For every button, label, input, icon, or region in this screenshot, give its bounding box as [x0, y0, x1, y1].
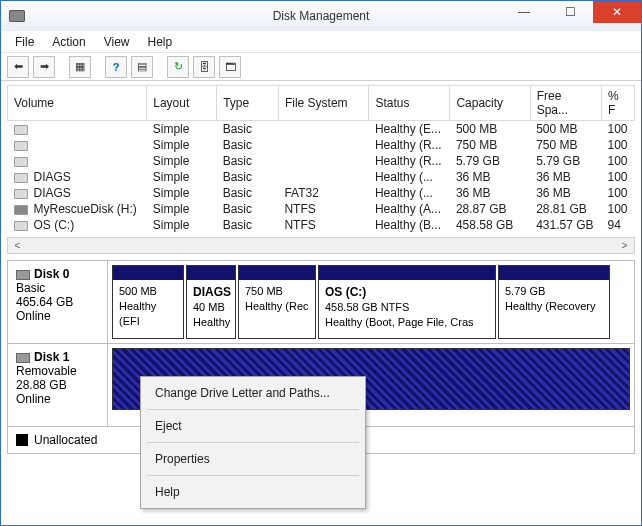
volume-icon [14, 125, 28, 135]
ctx-change-drive-letter[interactable]: Change Drive Letter and Paths... [143, 379, 363, 407]
table-row[interactable]: DIAGSSimpleBasicFAT32Healthy (...36 MB36… [8, 185, 635, 201]
ctx-eject[interactable]: Eject [143, 412, 363, 440]
ctx-properties[interactable]: Properties [143, 445, 363, 473]
legend-swatch-unallocated [16, 434, 28, 446]
legend-unallocated-label: Unallocated [34, 433, 97, 447]
disk-row-0: Disk 0 Basic 465.64 GB Online 500 MBHeal… [8, 261, 634, 344]
scroll-right-icon[interactable]: > [617, 240, 632, 251]
disk0-header[interactable]: Disk 0 Basic 465.64 GB Online [8, 261, 108, 343]
title-bar: Disk Management — ☐ ✕ [1, 1, 641, 31]
rescan-disks-button[interactable]: 🗄 [193, 56, 215, 78]
ctx-help[interactable]: Help [143, 478, 363, 506]
back-button[interactable]: ⬅ [7, 56, 29, 78]
disk-icon [16, 353, 30, 363]
table-row[interactable]: SimpleBasicHealthy (R...5.79 GB5.79 GB10… [8, 153, 635, 169]
table-row[interactable]: MyRescueDisk (H:)SimpleBasicNTFSHealthy … [8, 201, 635, 217]
volume-icon [14, 141, 28, 151]
partition[interactable]: DIAGS40 MBHealthy [186, 265, 236, 339]
disk0-name: Disk 0 [34, 267, 69, 281]
col-type[interactable]: Type [217, 86, 279, 121]
volume-icon [14, 221, 28, 231]
disk0-partitions: 500 MBHealthy (EFIDIAGS40 MBHealthy750 M… [108, 261, 634, 343]
menu-file[interactable]: File [7, 33, 42, 51]
horizontal-scrollbar[interactable]: < > [7, 237, 635, 254]
partition[interactable]: 500 MBHealthy (EFI [112, 265, 184, 339]
col-layout[interactable]: Layout [147, 86, 217, 121]
volume-icon [14, 189, 28, 199]
ctx-separator [147, 442, 359, 443]
disk0-type: Basic [16, 281, 99, 295]
partition[interactable]: 750 MBHealthy (Rec [238, 265, 316, 339]
context-menu: Change Drive Letter and Paths... Eject P… [140, 376, 366, 509]
col-capacity[interactable]: Capacity [450, 86, 530, 121]
window-controls: — ☐ ✕ [501, 1, 641, 23]
col-status[interactable]: Status [369, 86, 450, 121]
minimize-button[interactable]: — [501, 1, 547, 23]
attach-vhd-button[interactable]: 🗔 [219, 56, 241, 78]
ctx-separator [147, 475, 359, 476]
disk0-status: Online [16, 309, 99, 323]
disk-icon [16, 270, 30, 280]
disk0-size: 465.64 GB [16, 295, 99, 309]
partition[interactable]: OS (C:)458.58 GB NTFSHealthy (Boot, Page… [318, 265, 496, 339]
table-header-row: Volume Layout Type File System Status Ca… [8, 86, 635, 121]
forward-button[interactable]: ➡ [33, 56, 55, 78]
menu-bar: File Action View Help [1, 31, 641, 53]
menu-action[interactable]: Action [44, 33, 93, 51]
disk1-size: 28.88 GB [16, 378, 99, 392]
ctx-separator [147, 409, 359, 410]
table-row[interactable]: DIAGSSimpleBasicHealthy (...36 MB36 MB10… [8, 169, 635, 185]
col-filesystem[interactable]: File System [278, 86, 369, 121]
table-row[interactable]: SimpleBasicHealthy (E...500 MB500 MB100 [8, 121, 635, 138]
menu-help[interactable]: Help [140, 33, 181, 51]
help-icon[interactable]: ? [105, 56, 127, 78]
table-row[interactable]: SimpleBasicHealthy (R...750 MB750 MB100 [8, 137, 635, 153]
volume-table: Volume Layout Type File System Status Ca… [7, 85, 635, 233]
partition[interactable]: 5.79 GBHealthy (Recovery [498, 265, 610, 339]
volume-icon [14, 173, 28, 183]
table-row[interactable]: OS (C:)SimpleBasicNTFSHealthy (B...458.5… [8, 217, 635, 233]
refresh-button[interactable]: ↻ [167, 56, 189, 78]
col-free[interactable]: Free Spa... [530, 86, 601, 121]
disk1-name: Disk 1 [34, 350, 69, 364]
toolbar: ⬅ ➡ ▦ ? ▤ ↻ 🗄 🗔 [1, 53, 641, 81]
volume-icon [14, 205, 28, 215]
col-volume[interactable]: Volume [8, 86, 147, 121]
close-button[interactable]: ✕ [593, 1, 641, 23]
disk1-header[interactable]: Disk 1 Removable 28.88 GB Online [8, 344, 108, 426]
settings-view-button[interactable]: ▤ [131, 56, 153, 78]
disk1-status: Online [16, 392, 99, 406]
menu-view[interactable]: View [96, 33, 138, 51]
maximize-button[interactable]: ☐ [547, 1, 593, 23]
disk1-type: Removable [16, 364, 99, 378]
volume-icon [14, 157, 28, 167]
scroll-left-icon[interactable]: < [10, 240, 25, 251]
show-hide-tree-button[interactable]: ▦ [69, 56, 91, 78]
col-pct[interactable]: % F [601, 86, 634, 121]
